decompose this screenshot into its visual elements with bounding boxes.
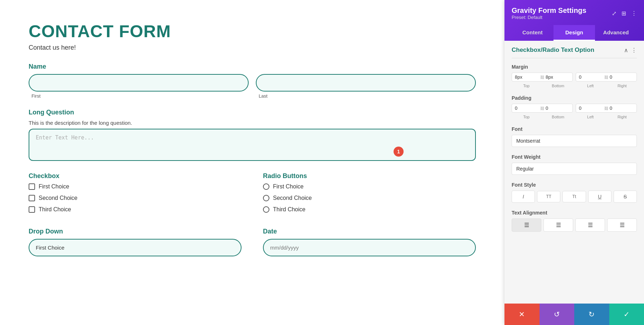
panel-preset: Preset: Default [512,15,586,20]
checkbox-radio-row: Checkbox First Choice Second Choice Thir… [29,172,476,218]
name-label: Name [29,63,476,70]
radio-3-label: Third Choice [273,206,306,213]
dropdown-date-row: Drop Down First Choice Second Choice Thi… [29,228,476,256]
margin-top-label: Top [512,84,541,88]
radio-1-label: First Choice [273,183,303,190]
margin-left-right: ⛓ Left Right [576,73,637,88]
uppercase-button[interactable]: TT [537,191,560,202]
first-label: First [29,93,249,99]
last-label: Last [256,93,476,99]
margin-top-input[interactable] [515,74,539,80]
font-weight-label: Font Weight [512,154,637,160]
dropdown-input[interactable]: First Choice Second Choice Third Choice [29,239,241,256]
radio-item-2[interactable]: Second Choice [263,195,476,201]
checkbox-section: Checkbox First Choice Second Choice Thir… [29,172,241,218]
checkbox-item-1[interactable]: First Choice [29,183,241,190]
font-weight-group: Font Weight Regular Bold [512,154,637,175]
section-header: Checkbox/Radio Text Option ∧ ⋮ [504,41,644,58]
margin-bottom-label: Bottom [543,84,573,88]
font-group: Font Montserrat [512,126,637,147]
italic-button[interactable]: I [512,191,535,203]
capitalize-button[interactable]: Tt [562,191,586,202]
section-title: Checkbox/Radio Text Option [512,46,594,54]
first-name-col: First [29,74,249,99]
font-weight-select[interactable]: Regular Bold [512,163,637,175]
panel-header: Gravity Form Settings Preset: Default ⤢ … [504,0,644,41]
padding-top-row: ⛓ [512,104,573,113]
date-label: Date [263,228,476,235]
undo-button[interactable]: ↺ [540,304,575,325]
long-question-label: Long Question [29,109,476,116]
margin-right-input[interactable] [610,74,634,80]
align-left-button[interactable]: ☰ [512,218,541,232]
redo-button[interactable]: ↻ [574,304,609,325]
link-icon-4: ⛓ [604,106,608,110]
strikethrough-button[interactable]: S [614,191,637,203]
save-button[interactable]: ✓ [609,304,644,325]
padding-lr-labels: Left Right [576,115,637,119]
underline-button[interactable]: U [588,191,611,203]
padding-bottom-input[interactable] [546,105,570,111]
tab-content[interactable]: Content [512,25,553,41]
dropdown-section: Drop Down First Choice Second Choice Thi… [29,228,241,256]
align-right-button[interactable]: ☰ [575,218,605,232]
checkbox-3[interactable] [29,206,35,213]
link-icon-3: ⛓ [540,106,544,110]
grid-icon[interactable]: ⊞ [621,10,626,17]
panel-header-top: Gravity Form Settings Preset: Default ⤢ … [512,6,637,20]
checkbox-1[interactable] [29,183,35,190]
date-input[interactable] [263,239,476,256]
text-align-label: Text Alignment [512,210,637,216]
checkbox-item-2[interactable]: Second Choice [29,195,241,201]
maximize-icon[interactable]: ⤢ [612,10,616,17]
align-justify-button[interactable]: ☰ [607,218,637,232]
radio-3[interactable] [263,206,269,213]
checkbox-label: Checkbox [29,172,241,180]
margin-label: Margin [512,64,637,70]
padding-bottom-label: Bottom [543,115,573,119]
padding-right-input[interactable] [610,105,634,111]
padding-left-input[interactable] [579,105,603,111]
checkbox-2[interactable] [29,195,35,201]
radio-1[interactable] [263,183,269,190]
collapse-icon[interactable]: ∧ [624,47,628,54]
panel-title: Gravity Form Settings [512,6,586,15]
radio-label: Radio Buttons [263,172,476,180]
text-align-buttons: ☰ ☰ ☰ ☰ [512,218,637,232]
align-center-button[interactable]: ☰ [543,218,573,232]
tab-design[interactable]: Design [553,25,595,41]
font-style-label: Font Style [512,182,637,188]
text-align-group: Text Alignment ☰ ☰ ☰ ☰ [512,210,637,232]
long-question-section: Long Question This is the description fo… [29,109,476,162]
long-question-input[interactable] [29,129,476,161]
padding-label: Padding [512,95,637,101]
action-bar: ✕ ↺ ↻ ✓ [504,304,644,325]
margin-top-row: ⛓ [512,73,573,82]
radio-item-3[interactable]: Third Choice [263,206,476,213]
radio-2[interactable] [263,195,269,201]
margin-lr-row: ⛓ [576,73,637,82]
margin-bottom-input[interactable] [546,74,570,80]
cancel-button[interactable]: ✕ [504,304,540,325]
checkbox-1-label: First Choice [39,183,69,190]
margin-left-input[interactable] [579,74,603,80]
font-select[interactable]: Montserrat [512,135,637,147]
section-more-icon[interactable]: ⋮ [631,47,637,54]
radio-item-1[interactable]: First Choice [263,183,476,190]
padding-top-input[interactable] [515,105,539,111]
margin-right-label: Right [608,84,637,88]
tab-advanced[interactable]: Advanced [595,25,637,41]
checkbox-3-label: Third Choice [39,206,71,213]
font-style-group: Font Style I TT Tt U S [512,182,637,203]
padding-right-label: Right [608,115,637,119]
margin-lr-labels: Left Right [576,84,637,88]
checkbox-item-3[interactable]: Third Choice [29,206,241,213]
last-name-col: Last [256,74,476,99]
badge-indicator: 1 [394,147,404,157]
padding-left-label: Left [576,115,605,119]
margin-tb-labels: Top Bottom [512,84,573,88]
form-subtitle: Contact us here! [29,44,476,51]
more-icon[interactable]: ⋮ [631,10,637,17]
first-name-input[interactable] [29,74,249,92]
last-name-input[interactable] [256,74,476,92]
